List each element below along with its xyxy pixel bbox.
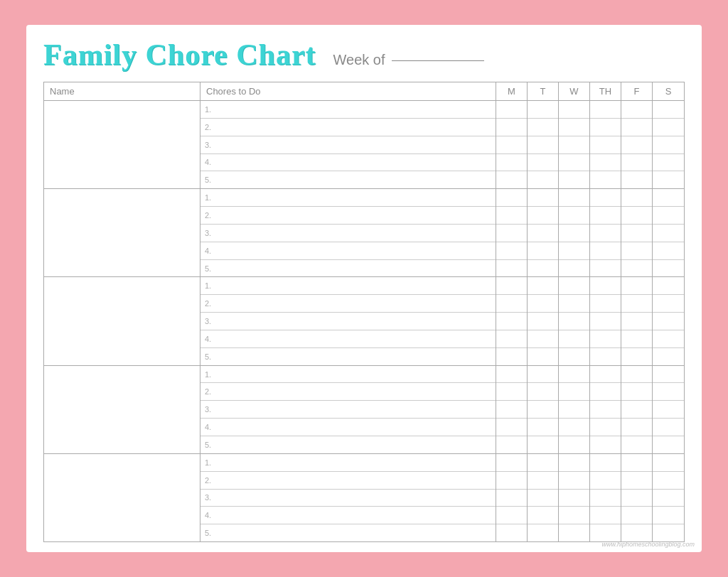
person-4-day-th [590, 366, 621, 453]
chore-5-5[interactable]: 5. [200, 524, 496, 541]
chore-1-1[interactable]: 1. [200, 101, 496, 119]
person-row-3: 1. 2. 3. 4. 5. [44, 277, 684, 365]
chore-5-1[interactable]: 1. [200, 454, 496, 472]
person-2-day-w [559, 189, 590, 276]
chore-5-3[interactable]: 3. [200, 490, 496, 507]
chore-1-5[interactable]: 5. [200, 171, 496, 188]
person-5-day-m [496, 454, 528, 541]
person-5-chores: 1. 2. 3. 4. 5. [200, 454, 496, 541]
person-1-day-t [528, 101, 559, 188]
person-3-name-cell[interactable] [44, 277, 200, 365]
col-chores-header: Chores to Do [200, 82, 496, 100]
person-2-day-m [496, 189, 528, 276]
person-row-5: 1. 2. 3. 4. 5. [44, 454, 684, 541]
person-2-day-th [590, 189, 621, 276]
chore-2-5[interactable]: 5. [200, 260, 496, 277]
week-line[interactable] [392, 60, 484, 61]
person-4-day-t [528, 366, 559, 453]
chore-3-1[interactable]: 1. [200, 277, 496, 295]
chore-table: Name Chores to Do M T W TH F S [43, 82, 685, 542]
person-1-day-th [590, 101, 621, 188]
person-3-day-t [528, 277, 559, 365]
person-4-day-s [653, 366, 684, 453]
person-3-day-m [496, 277, 528, 365]
person-3-chores: 1. 2. 3. 4. 5. [200, 277, 496, 365]
chore-1-2[interactable]: 2. [200, 119, 496, 136]
person-1-day-f [621, 101, 653, 188]
person-5-name-cell[interactable] [44, 454, 200, 541]
page-title: Family Chore Chart [43, 38, 316, 72]
person-2-day-s [653, 189, 684, 276]
person-2-day-f [621, 189, 653, 276]
person-5-day-th [590, 454, 621, 541]
day-header-t: T [528, 82, 559, 100]
person-2-day-t [528, 189, 559, 276]
person-1-day-w [559, 101, 590, 188]
watermark: www.hiphomeschoolingblog.com [601, 541, 695, 548]
person-1-name-cell[interactable] [44, 101, 200, 188]
person-5-day-f [621, 454, 653, 541]
header: Family Chore Chart Week of [43, 38, 685, 72]
chore-4-4[interactable]: 4. [200, 419, 496, 436]
person-4-day-w [559, 366, 590, 453]
chore-4-2[interactable]: 2. [200, 383, 496, 401]
person-5-day-w [559, 454, 590, 541]
chore-2-4[interactable]: 4. [200, 242, 496, 260]
scallop-border: Family Chore Chart Week of Name Chores t… [16, 15, 712, 562]
chore-2-3[interactable]: 3. [200, 225, 496, 242]
week-of-label: Week of [333, 52, 485, 68]
person-3-day-s [653, 277, 684, 365]
person-3-day-w [559, 277, 590, 365]
chore-5-2[interactable]: 2. [200, 472, 496, 490]
person-4-name-cell[interactable] [44, 366, 200, 453]
person-4-day-f [621, 366, 653, 453]
person-row-4: 1. 2. 3. 4. 5. [44, 366, 684, 454]
person-1-day-s [653, 101, 684, 188]
person-row-1: 1. 2. 3. 4. 5. [44, 101, 684, 189]
chore-3-3[interactable]: 3. [200, 313, 496, 330]
chore-4-1[interactable]: 1. [200, 366, 496, 384]
chore-4-3[interactable]: 3. [200, 401, 496, 419]
person-1-chores: 1. 2. 3. 4. 5. [200, 101, 496, 188]
table-body: 1. 2. 3. 4. 5. [44, 101, 684, 541]
chore-2-1[interactable]: 1. [200, 189, 496, 207]
person-2-name-cell[interactable] [44, 189, 200, 276]
person-row-2: 1. 2. 3. 4. 5. [44, 189, 684, 277]
person-5-day-s [653, 454, 684, 541]
chore-4-5[interactable]: 5. [200, 436, 496, 453]
day-header-m: M [496, 82, 528, 100]
chore-1-4[interactable]: 4. [200, 154, 496, 172]
table-header-row: Name Chores to Do M T W TH F S [44, 82, 684, 101]
person-3-day-f [621, 277, 653, 365]
col-name-header: Name [44, 82, 200, 100]
chore-3-2[interactable]: 2. [200, 295, 496, 313]
person-4-day-m [496, 366, 528, 453]
person-3-day-th [590, 277, 621, 365]
chore-3-4[interactable]: 4. [200, 330, 496, 348]
person-1-day-m [496, 101, 528, 188]
chore-2-2[interactable]: 2. [200, 207, 496, 225]
day-header-w: W [559, 82, 590, 100]
person-5-day-t [528, 454, 559, 541]
chore-1-3[interactable]: 3. [200, 136, 496, 154]
person-4-chores: 1. 2. 3. 4. 5. [200, 366, 496, 453]
chore-5-4[interactable]: 4. [200, 507, 496, 524]
person-2-chores: 1. 2. 3. 4. 5. [200, 189, 496, 276]
chore-3-5[interactable]: 5. [200, 348, 496, 365]
day-header-f: F [621, 82, 653, 100]
day-cols-header: M T W TH F S [496, 82, 684, 100]
day-header-s: S [653, 82, 684, 100]
inner-page: Family Chore Chart Week of Name Chores t… [26, 25, 702, 552]
day-header-th: TH [590, 82, 621, 100]
